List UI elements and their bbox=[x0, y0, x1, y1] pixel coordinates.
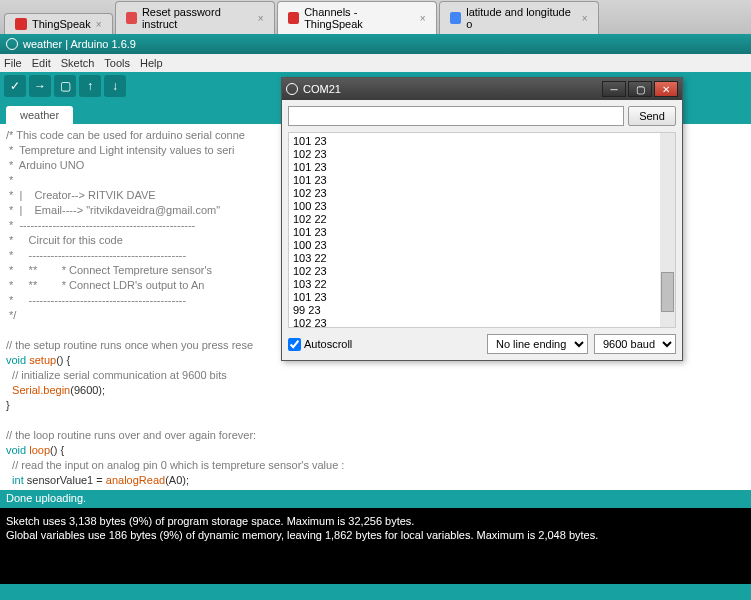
serial-line: 102 23 bbox=[293, 265, 671, 278]
code-line: */ bbox=[6, 309, 16, 321]
status-text: Done uploading. bbox=[6, 492, 86, 504]
code-line: // convert the value from tempreture sen… bbox=[6, 489, 308, 490]
arduino-logo-icon bbox=[6, 38, 18, 50]
browser-tab[interactable]: Reset password instruct× bbox=[115, 1, 275, 34]
menu-tools[interactable]: Tools bbox=[104, 57, 130, 69]
menu-sketch[interactable]: Sketch bbox=[61, 57, 95, 69]
tab-label: latitude and longitude o bbox=[466, 6, 577, 30]
serial-line: 101 23 bbox=[293, 174, 671, 187]
serial-output[interactable]: 101 23 102 23 101 23 101 23 102 23 100 2… bbox=[288, 132, 676, 328]
footer-strip bbox=[0, 584, 751, 600]
serial-line: 103 22 bbox=[293, 278, 671, 291]
menu-edit[interactable]: Edit bbox=[32, 57, 51, 69]
verify-button[interactable]: ✓ bbox=[4, 75, 26, 97]
console-output: Sketch uses 3,138 bytes (9%) of program … bbox=[0, 508, 751, 584]
close-icon[interactable]: × bbox=[582, 13, 588, 24]
code-line: * ** * Connect LDR's output to An bbox=[6, 279, 204, 291]
browser-tab[interactable]: ThingSpeak× bbox=[4, 13, 113, 34]
favicon-thingspeak-icon bbox=[288, 12, 300, 24]
favicon-thingspeak-icon bbox=[15, 18, 27, 30]
menu-file[interactable]: File bbox=[4, 57, 22, 69]
code-line: // the setup routine runs once when you … bbox=[6, 339, 253, 351]
serial-input-row: Send bbox=[282, 100, 682, 132]
minimize-button[interactable]: ─ bbox=[602, 81, 626, 97]
code-token: setup bbox=[26, 354, 56, 366]
code-line: /* This code can be used for arduino ser… bbox=[6, 129, 245, 141]
serial-title-text: COM21 bbox=[303, 83, 341, 95]
code-token: () { bbox=[50, 444, 64, 456]
autoscroll-checkbox[interactable] bbox=[288, 338, 301, 351]
scrollbar[interactable] bbox=[660, 133, 675, 327]
code-line: * bbox=[6, 174, 19, 186]
console-line: Global variables use 186 bytes (9%) of d… bbox=[6, 528, 745, 542]
window-title-text: weather | Arduino 1.6.9 bbox=[23, 38, 136, 50]
code-token: int bbox=[6, 474, 24, 486]
maximize-button[interactable]: ▢ bbox=[628, 81, 652, 97]
open-button[interactable]: ↑ bbox=[79, 75, 101, 97]
code-line: * | Creator--> RITVIK DAVE bbox=[6, 189, 156, 201]
code-line: * Circuit for this code bbox=[6, 234, 123, 246]
code-token: .begin bbox=[40, 384, 70, 396]
scroll-thumb[interactable] bbox=[661, 272, 674, 312]
serial-line: 101 23 bbox=[293, 291, 671, 304]
browser-tab-active[interactable]: Channels - ThingSpeak× bbox=[277, 1, 437, 34]
serial-title-bar[interactable]: COM21 ─ ▢ ✕ bbox=[282, 78, 682, 100]
code-line: // the loop routine runs over and over a… bbox=[6, 429, 256, 441]
console-line: Sketch uses 3,138 bytes (9%) of program … bbox=[6, 514, 745, 528]
code-line: * --------------------------------------… bbox=[6, 249, 186, 261]
code-line: // initialize serial communication at 96… bbox=[6, 369, 230, 381]
code-line: * ** * Connect Tempreture sensor's bbox=[6, 264, 212, 276]
status-bar: Done uploading. bbox=[0, 490, 751, 508]
serial-bottom-bar: Autoscroll No line ending 9600 baud bbox=[282, 328, 682, 360]
serial-line: 102 23 bbox=[293, 187, 671, 200]
baud-select[interactable]: 9600 baud bbox=[594, 334, 676, 354]
favicon-google-icon bbox=[450, 12, 462, 24]
serial-line: 102 23 bbox=[293, 317, 671, 328]
serial-line: 100 23 bbox=[293, 239, 671, 252]
close-icon[interactable]: × bbox=[96, 19, 102, 30]
code-token: Serial bbox=[6, 384, 40, 396]
serial-line: 101 23 bbox=[293, 161, 671, 174]
serial-line: 100 23 bbox=[293, 200, 671, 213]
autoscroll-label-text: Autoscroll bbox=[304, 338, 352, 350]
sketch-tab-weather[interactable]: weather bbox=[6, 106, 73, 124]
code-line: * --------------------------------------… bbox=[6, 294, 186, 306]
arduino-window-title: weather | Arduino 1.6.9 bbox=[0, 34, 751, 54]
serial-input[interactable] bbox=[288, 106, 624, 126]
close-icon[interactable]: × bbox=[420, 13, 426, 24]
serial-line: 102 22 bbox=[293, 213, 671, 226]
code-token: void bbox=[6, 444, 26, 456]
menu-bar: File Edit Sketch Tools Help bbox=[0, 54, 751, 72]
code-line: * Tempreture and Light intensity values … bbox=[6, 144, 234, 156]
code-line: } bbox=[6, 399, 10, 411]
code-line: * --------------------------------------… bbox=[6, 219, 195, 231]
close-icon[interactable]: × bbox=[258, 13, 264, 24]
menu-help[interactable]: Help bbox=[140, 57, 163, 69]
upload-button[interactable]: → bbox=[29, 75, 51, 97]
tab-label: Channels - ThingSpeak bbox=[304, 6, 415, 30]
line-ending-select[interactable]: No line ending bbox=[487, 334, 588, 354]
browser-tab[interactable]: latitude and longitude o× bbox=[439, 1, 599, 34]
code-token: sensorValue1 = bbox=[24, 474, 106, 486]
close-button[interactable]: ✕ bbox=[654, 81, 678, 97]
browser-tab-bar: ThingSpeak× Reset password instruct× Cha… bbox=[0, 0, 751, 34]
code-line: // read the input on analog pin 0 which … bbox=[6, 459, 344, 471]
serial-line: 102 23 bbox=[293, 148, 671, 161]
code-line: * Arduino UNO bbox=[6, 159, 84, 171]
code-token: () { bbox=[56, 354, 70, 366]
arduino-logo-icon bbox=[286, 83, 298, 95]
save-button[interactable]: ↓ bbox=[104, 75, 126, 97]
code-token: (9600); bbox=[70, 384, 105, 396]
code-token: (A0); bbox=[165, 474, 189, 486]
tab-label: Reset password instruct bbox=[142, 6, 253, 30]
code-token: analogRead bbox=[106, 474, 165, 486]
serial-line: 101 23 bbox=[293, 135, 671, 148]
code-line: * | Email----> "ritvikdaveidra@gmail.com… bbox=[6, 204, 220, 216]
code-token: void bbox=[6, 354, 26, 366]
new-button[interactable]: ▢ bbox=[54, 75, 76, 97]
autoscroll-checkbox-label[interactable]: Autoscroll bbox=[288, 338, 352, 351]
send-button[interactable]: Send bbox=[628, 106, 676, 126]
tab-label: ThingSpeak bbox=[32, 18, 91, 30]
serial-line: 103 22 bbox=[293, 252, 671, 265]
favicon-gmail-icon bbox=[126, 12, 137, 24]
